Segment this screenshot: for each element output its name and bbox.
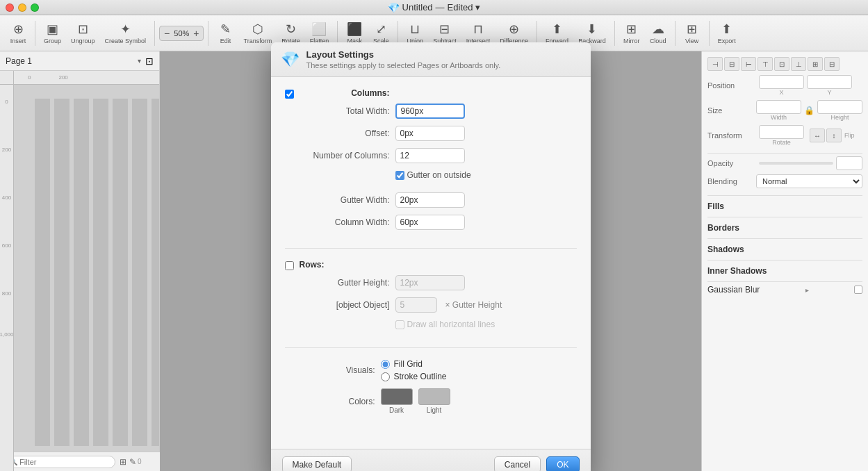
align-top-button[interactable]: ⊤: [758, 57, 773, 71]
fill-grid-radio[interactable]: [381, 360, 390, 369]
gutter-on-outside-checkbox[interactable]: [395, 171, 404, 180]
zoom-in-button[interactable]: +: [192, 28, 200, 39]
toolbar-view[interactable]: ⊞ View: [680, 19, 705, 47]
toolbar-mirror[interactable]: ⊞ Mirror: [619, 19, 644, 47]
align-center-h-button[interactable]: ⊟: [724, 57, 739, 71]
align-bottom-button[interactable]: ⊥: [791, 57, 806, 71]
number-of-columns-input[interactable]: [395, 148, 465, 163]
dark-color-swatch[interactable]: [381, 388, 413, 405]
opacity-input[interactable]: [836, 156, 862, 170]
align-right-button[interactable]: ⊢: [741, 57, 756, 71]
layer-settings-icon[interactable]: ✎: [129, 457, 136, 467]
layer-action-icon[interactable]: ⊞: [120, 457, 126, 467]
modal-title: Layout Settings: [306, 49, 501, 60]
maximize-button[interactable]: [31, 3, 39, 12]
borders-section[interactable]: Borders: [707, 220, 862, 236]
gaussian-blur-checkbox[interactable]: [854, 286, 862, 294]
panel-divider-6: [707, 281, 862, 282]
blending-label: Blending: [707, 177, 756, 185]
width-input[interactable]: [756, 100, 801, 114]
height-input[interactable]: [817, 100, 862, 114]
y-input[interactable]: [807, 75, 852, 89]
canvas-area[interactable]: 0200 02004006008001,000: [0, 71, 159, 471]
rotate-input[interactable]: [759, 125, 804, 139]
title-chevron[interactable]: ▾: [475, 2, 480, 13]
transform-icon: ⬡: [252, 22, 263, 37]
fill-grid-option[interactable]: Fill Grid: [381, 359, 447, 369]
visuals-row: Visuals: Fill Grid Stroke Outline: [285, 359, 577, 381]
close-button[interactable]: [6, 3, 14, 12]
toolbar-ungroup[interactable]: ⊡ Ungroup: [67, 19, 99, 47]
window-controls[interactable]: [6, 3, 39, 12]
aspect-lock-icon[interactable]: 🔒: [804, 106, 814, 115]
search-box[interactable]: 🔍: [4, 456, 115, 468]
draw-horizontal-label: Draw all horizontal lines: [395, 320, 496, 329]
blending-select[interactable]: Normal: [756, 174, 862, 188]
light-color-swatch[interactable]: [418, 388, 450, 405]
distribute-h-button[interactable]: ⊞: [808, 57, 823, 71]
position-label: Position: [707, 81, 756, 90]
fills-section[interactable]: Fills: [707, 199, 862, 214]
filter-input[interactable]: [19, 458, 96, 466]
align-toolbar: ⊣ ⊟ ⊢ ⊤ ⊡ ⊥ ⊞ ⊟: [707, 57, 862, 71]
transform-label: Transform: [707, 131, 756, 140]
make-default-button[interactable]: Make Default: [282, 456, 352, 471]
gaussian-blur-row: Gaussian Blur ▸: [707, 285, 862, 295]
visuals-radio-group: Fill Grid Stroke Outline: [381, 359, 447, 381]
transform-row: Transform Rotate ↔ ↕ Flip: [707, 125, 862, 146]
rows-checkbox[interactable]: [285, 261, 294, 270]
gaussian-chevron-icon[interactable]: ▸: [805, 286, 809, 294]
toolbar-transform[interactable]: ⬡ Transform: [239, 19, 276, 47]
flip-h-button[interactable]: ↔: [810, 129, 825, 142]
draw-horizontal-checkbox[interactable]: [395, 320, 404, 329]
zoom-out-button[interactable]: −: [163, 28, 171, 39]
x-label: X: [779, 89, 783, 96]
toolbar-group[interactable]: ▣ Group: [40, 19, 65, 47]
stroke-outline-option[interactable]: Stroke Outline: [381, 372, 447, 381]
distribute-v-button[interactable]: ⊟: [824, 57, 840, 71]
offset-input[interactable]: [395, 126, 465, 141]
toolbar-export[interactable]: ⬆ Export: [714, 19, 740, 47]
ok-button[interactable]: OK: [546, 456, 579, 471]
align-center-v-button[interactable]: ⊡: [774, 57, 789, 71]
page-menu-icon[interactable]: ▾: [138, 57, 141, 65]
opacity-row: Opacity: [707, 156, 862, 170]
zoom-level: 50%: [171, 29, 192, 38]
toolbar-insert[interactable]: ⊕ Insert: [6, 19, 31, 47]
canvas-content[interactable]: [14, 85, 159, 471]
page-toggle-icon[interactable]: ⊡: [145, 56, 154, 67]
toolbar-create-symbol[interactable]: ✦ Create Symbol: [101, 19, 151, 47]
modal-header: 💎 Layout Settings These settings apply t…: [271, 42, 591, 77]
gutter-width-input[interactable]: [395, 192, 465, 208]
title-bar: 💎 Untitled — Edited ▾: [0, 0, 868, 15]
column-width-input[interactable]: [395, 215, 465, 230]
total-width-input[interactable]: [395, 104, 465, 119]
gutter-width-label: Gutter Width:: [300, 195, 390, 205]
panel-divider-4: [707, 238, 862, 239]
shadows-section[interactable]: Shadows: [707, 242, 862, 257]
toolbar-edit[interactable]: ✎ Edit: [213, 19, 238, 47]
page-title: Page 1: [6, 56, 138, 66]
gutter-on-outside-label[interactable]: Gutter on outside: [395, 170, 471, 180]
gutter-height-input[interactable]: [395, 275, 465, 290]
x-input[interactable]: [759, 75, 804, 89]
page-header: Page 1 ▾ ⊡: [0, 51, 159, 71]
columns-label: Columns:: [300, 88, 390, 98]
stroke-outline-radio[interactable]: [381, 372, 390, 381]
rows-section-header: Rows: Gutter Height: [object Object] ×: [285, 260, 577, 336]
edit-icon: ✎: [220, 22, 231, 37]
row-height-input[interactable]: [395, 297, 437, 313]
flip-v-button[interactable]: ↕: [826, 129, 842, 142]
opacity-slider[interactable]: [759, 162, 833, 165]
zoom-control[interactable]: − 50% +: [159, 26, 204, 41]
columns-checkbox[interactable]: [285, 90, 294, 99]
center-area: 💎 Layout Settings These settings apply t…: [160, 51, 701, 471]
inner-shadows-section[interactable]: Inner Shadows: [707, 263, 862, 279]
columns-section-header: Columns: Total Width: Offset:: [285, 88, 577, 237]
cancel-button[interactable]: Cancel: [494, 456, 541, 471]
minimize-button[interactable]: [18, 3, 26, 12]
toolbar-cloud[interactable]: ☁ Cloud: [646, 19, 671, 47]
gutter-on-outside-text: Gutter on outside: [407, 170, 471, 180]
rotate-label: Rotate: [772, 139, 791, 146]
align-left-button[interactable]: ⊣: [707, 57, 723, 71]
